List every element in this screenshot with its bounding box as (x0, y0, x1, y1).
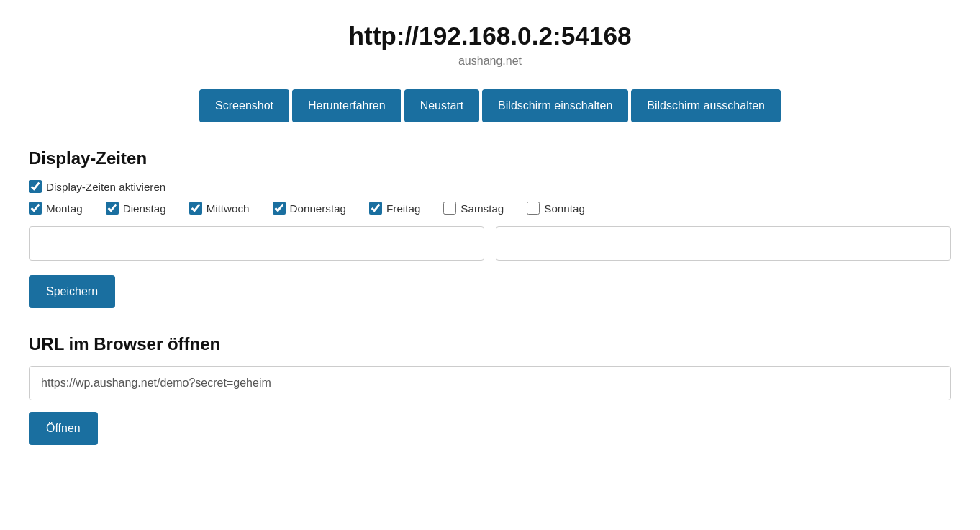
checkbox-mittwoch[interactable]: Mittwoch (189, 202, 250, 215)
main-url: http://192.168.0.2:54168 (29, 22, 951, 50)
url-section-title: URL im Browser öffnen (29, 334, 951, 354)
display-zeiten-section: Display-Zeiten Display-Zeiten aktivieren… (29, 148, 951, 308)
mittwoch-checkbox[interactable] (189, 202, 202, 215)
checkbox-sonntag[interactable]: Sonntag (527, 202, 585, 215)
activate-row: Display-Zeiten aktivieren (29, 180, 951, 193)
freitag-label[interactable]: Freitag (386, 202, 420, 215)
days-row: Montag Dienstag Mittwoch Donnerstag Frei… (29, 202, 951, 215)
subtitle: aushang.net (29, 55, 951, 68)
donnerstag-checkbox[interactable] (273, 202, 286, 215)
checkbox-freitag[interactable]: Freitag (369, 202, 420, 215)
samstag-checkbox[interactable] (443, 202, 456, 215)
save-button[interactable]: Speichern (29, 275, 115, 308)
donnerstag-label[interactable]: Donnerstag (290, 202, 347, 215)
header: http://192.168.0.2:54168 aushang.net (29, 22, 951, 68)
open-button[interactable]: Öffnen (29, 412, 98, 445)
bildschirm-einschalten-button[interactable]: Bildschirm einschalten (482, 89, 628, 122)
time-end-input[interactable]: 16:00 (496, 226, 951, 261)
display-zeiten-title: Display-Zeiten (29, 148, 951, 169)
url-section: URL im Browser öffnen Öffnen (29, 334, 951, 445)
activate-checkbox-item[interactable]: Display-Zeiten aktivieren (29, 180, 165, 193)
checkbox-montag[interactable]: Montag (29, 202, 83, 215)
dienstag-checkbox[interactable] (106, 202, 119, 215)
herunterfahren-button[interactable]: Herunterfahren (292, 89, 401, 122)
neustart-button[interactable]: Neustart (404, 89, 479, 122)
dienstag-label[interactable]: Dienstag (123, 202, 166, 215)
montag-label[interactable]: Montag (46, 202, 83, 215)
sonntag-checkbox[interactable] (527, 202, 540, 215)
sonntag-label[interactable]: Sonntag (544, 202, 585, 215)
montag-checkbox[interactable] (29, 202, 42, 215)
bildschirm-ausschalten-button[interactable]: Bildschirm ausschalten (631, 89, 781, 122)
time-row: 08:00 16:00 (29, 226, 951, 261)
freitag-checkbox[interactable] (369, 202, 382, 215)
activate-checkbox[interactable] (29, 180, 42, 193)
time-start-input[interactable]: 08:00 (29, 226, 484, 261)
checkbox-samstag[interactable]: Samstag (443, 202, 504, 215)
action-button-row: Screenshot Herunterfahren Neustart Bilds… (29, 89, 951, 122)
checkbox-dienstag[interactable]: Dienstag (106, 202, 166, 215)
activate-label[interactable]: Display-Zeiten aktivieren (46, 181, 165, 193)
samstag-label[interactable]: Samstag (460, 202, 504, 215)
mittwoch-label[interactable]: Mittwoch (207, 202, 250, 215)
url-input[interactable] (29, 366, 951, 400)
checkbox-donnerstag[interactable]: Donnerstag (273, 202, 347, 215)
screenshot-button[interactable]: Screenshot (199, 89, 289, 122)
